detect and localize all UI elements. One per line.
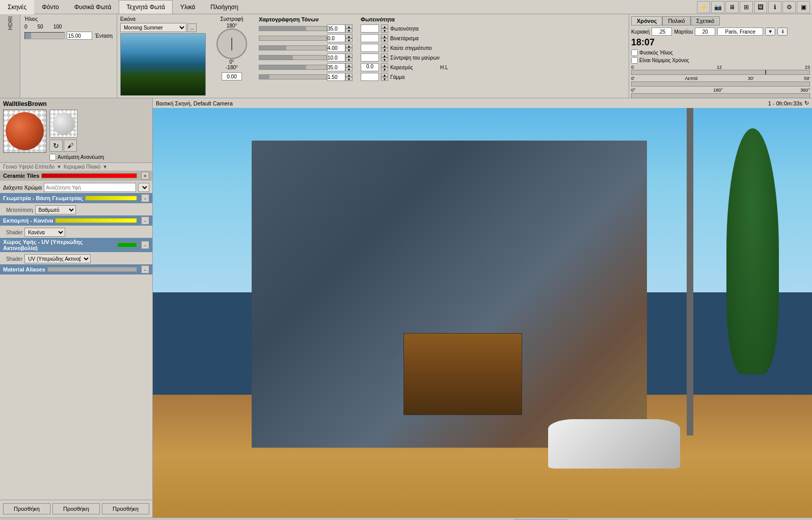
paint-btn[interactable]: 🖌 <box>64 140 77 152</box>
city-info-btn[interactable]: ℹ <box>777 28 788 36</box>
search-texture-input[interactable] <box>44 183 136 192</box>
b-up-4[interactable]: ▲ <box>381 63 388 67</box>
image-icon[interactable]: 🖼 <box>754 1 767 13</box>
b-down-1[interactable]: ▼ <box>381 38 388 42</box>
hour-slider[interactable] <box>631 70 810 75</box>
refresh-btn[interactable]: ↻ <box>49 140 63 152</box>
monitor-icon[interactable]: 🖥 <box>725 1 739 13</box>
b-up-2[interactable]: ▲ <box>381 44 388 48</box>
footer-btn-2[interactable]: Προσθήκη <box>102 503 149 514</box>
displacement-select[interactable]: Βαθμωτό <box>35 205 76 214</box>
legal-time-checkbox[interactable] <box>631 57 638 64</box>
menu-item-navigation[interactable]: Πλοήγηση <box>203 0 246 14</box>
info-icon[interactable]: ℹ <box>768 1 781 13</box>
clock-panel: Χρόνος Πολικό Σχετικό Κυριακή .25 Μαρτίο… <box>629 14 812 98</box>
b-up-5[interactable]: ▲ <box>381 73 388 77</box>
checkbox-physical-sun[interactable]: Φυσικός Ήλιος <box>631 49 810 56</box>
brightness-val-2[interactable] <box>361 44 379 52</box>
b-up-3[interactable]: ▲ <box>381 53 388 58</box>
rotation-circle[interactable] <box>216 29 247 59</box>
month-label: Μαρτίου <box>674 29 693 35</box>
tab-polar[interactable]: Πολικό <box>662 16 690 25</box>
auto-refresh-checkbox[interactable] <box>49 154 56 160</box>
menu-item-background[interactable]: Φόντο <box>34 0 67 14</box>
b-down-3[interactable]: ▼ <box>381 58 388 62</box>
ceramic-add-btn[interactable]: + <box>141 172 149 180</box>
north-slider[interactable] <box>631 93 810 98</box>
tone-title: Χαρτογράφηση Τόνων <box>259 16 353 22</box>
tone-down-4[interactable]: ▼ <box>345 67 353 71</box>
tone-input-2[interactable] <box>327 44 345 52</box>
toolbar-right: ⚡ 📷 🖥 ⊞ 🖼 ℹ ⚙ ▣ <box>697 1 812 13</box>
tone-up-4[interactable]: ▲ <box>345 63 353 67</box>
shader-select[interactable]: Κανένα <box>24 228 65 237</box>
tone-up-5[interactable]: ▲ <box>345 73 353 77</box>
tone-up-3[interactable]: ▲ <box>345 53 353 58</box>
tone-slider-0[interactable] <box>259 26 327 31</box>
menu-item-artificial-lights[interactable]: Τεχνητά Φωτά <box>119 0 172 14</box>
b-down-0[interactable]: ▼ <box>381 29 388 33</box>
tone-slider-2[interactable] <box>259 45 327 50</box>
tone-input-1[interactable] <box>327 34 345 42</box>
tab-time[interactable]: Χρόνος <box>631 16 662 25</box>
tone-down-5[interactable]: ▼ <box>345 77 353 81</box>
emission-add-btn[interactable]: - <box>141 216 149 225</box>
tab-relative[interactable]: Σχετικό <box>691 16 720 25</box>
footer-btn-0[interactable]: Προσθήκη <box>3 503 50 514</box>
aliases-add-btn[interactable]: - <box>141 265 149 273</box>
tone-input-3[interactable] <box>327 53 345 62</box>
tone-up-2[interactable]: ▲ <box>345 44 353 48</box>
brightness-val-5[interactable] <box>361 73 379 81</box>
b-up-1[interactable]: ▲ <box>381 34 388 38</box>
brightness-val-1[interactable] <box>361 34 379 42</box>
b-down-2[interactable]: ▼ <box>381 48 388 52</box>
city-input[interactable]: Paris, France <box>717 28 763 36</box>
image-browse-btn[interactable]: ... <box>187 23 197 32</box>
rotation-input[interactable]: 0.00 <box>222 72 242 80</box>
camera-icon[interactable]: 📷 <box>711 1 724 13</box>
tone-up-0[interactable]: ▲ <box>345 24 353 29</box>
search-dropdown[interactable]: ▼ <box>138 183 149 192</box>
hdri-value[interactable]: 15.00 <box>67 32 92 40</box>
tone-input-0[interactable] <box>327 24 345 33</box>
tone-down-0[interactable]: ▼ <box>345 29 353 33</box>
day-num-input[interactable]: .25 <box>652 28 672 36</box>
shader-uv-select[interactable]: UV (Υπεριώδης Ακτινοβολία) <box>24 254 91 263</box>
lightning-icon[interactable]: ⚡ <box>697 1 710 13</box>
image-preview-col: Εικόνα Morning Summer ... <box>117 14 209 98</box>
uv-add-btn[interactable]: - <box>141 241 149 249</box>
b-up-0[interactable]: ▲ <box>381 24 388 29</box>
hdri-slider-track[interactable] <box>24 32 65 39</box>
tone-down-3[interactable]: ▼ <box>345 58 353 62</box>
tone-slider-1[interactable] <box>259 36 327 41</box>
tone-input-5[interactable] <box>327 73 345 81</box>
month-num-input[interactable]: 20 <box>695 28 715 36</box>
brightness-val-4[interactable]: 0.0 <box>361 63 379 71</box>
brightness-val-0[interactable] <box>361 24 379 33</box>
tone-slider-3[interactable] <box>259 55 327 60</box>
geometry-add-btn[interactable]: - <box>141 194 149 202</box>
tone-up-1[interactable]: ▲ <box>345 34 353 38</box>
tone-slider-5[interactable] <box>259 74 327 79</box>
brightness-val-3[interactable] <box>361 53 379 62</box>
grid-icon[interactable]: ⊞ <box>740 1 753 13</box>
tone-input-4[interactable] <box>327 63 345 71</box>
physical-sun-checkbox[interactable] <box>631 49 638 56</box>
tone-down-2[interactable]: ▼ <box>345 48 353 52</box>
b-down-5[interactable]: ▼ <box>381 77 388 81</box>
tone-down-1[interactable]: ▼ <box>345 38 353 42</box>
image-dropdown[interactable]: Morning Summer <box>120 23 186 32</box>
refresh-icon[interactable]: ↻ <box>804 100 809 106</box>
minute-slider[interactable] <box>631 81 810 87</box>
square-icon[interactable]: ▣ <box>797 1 810 13</box>
b-down-4[interactable]: ▼ <box>381 67 388 71</box>
checkbox-legal-time[interactable]: Είναι Νόμιμος Χρόνος <box>631 57 810 64</box>
menu-item-natural-lights[interactable]: Φυσικά Φωτά <box>67 0 119 14</box>
footer-btn-1[interactable]: Προσθήκη <box>52 503 100 514</box>
gear-icon[interactable]: ⚙ <box>782 1 796 13</box>
render-image <box>153 108 812 517</box>
menu-item-materials[interactable]: Υλικά <box>173 0 203 14</box>
menu-item-scenes[interactable]: Σκηνές <box>0 0 34 14</box>
tone-slider-4[interactable] <box>259 65 327 70</box>
city-search-btn[interactable]: ▼ <box>765 28 775 36</box>
